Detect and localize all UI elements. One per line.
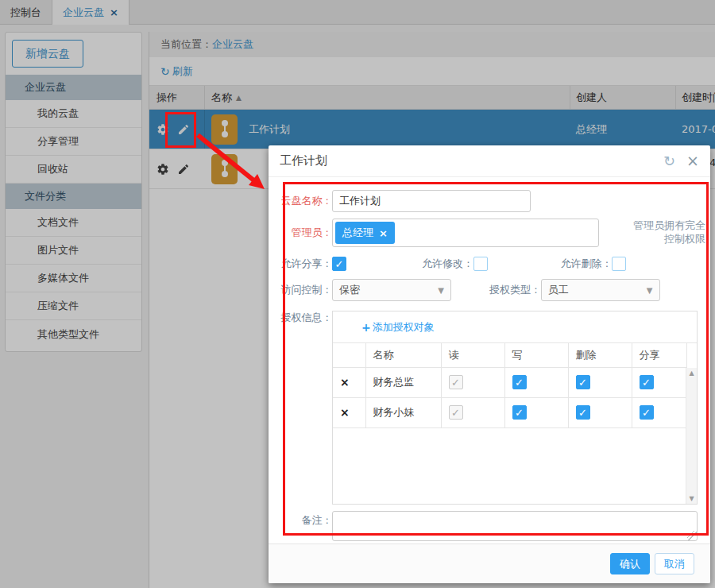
confirm-button[interactable]: 确认 [610, 553, 650, 574]
dialog-footer: 确认 取消 [269, 544, 710, 583]
cancel-button[interactable]: 取消 [655, 553, 694, 574]
dialog-title: 工作计划 [280, 153, 327, 168]
dialog-close-icon[interactable]: × [686, 153, 699, 168]
dialog-refresh-icon[interactable]: ↻ [663, 154, 675, 168]
annotation-box-form [283, 182, 709, 536]
annotation-box-pencil [165, 112, 196, 148]
dialog-header: 工作计划 ↻ × [269, 145, 710, 177]
